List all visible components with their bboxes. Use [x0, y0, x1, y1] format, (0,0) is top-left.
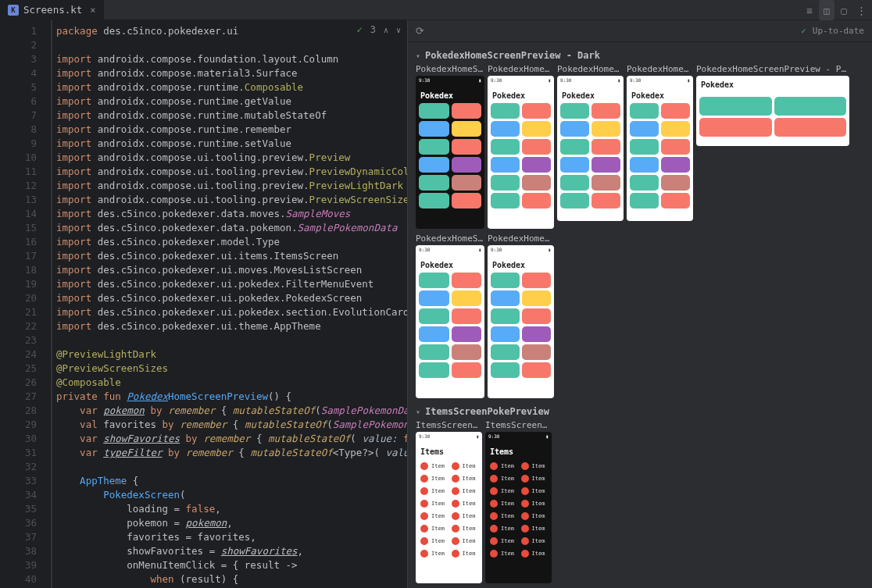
preview-group-header[interactable]: ▾PokedexHomeScreenPreview - Dark	[416, 47, 864, 64]
preview-pane: ⟳ ✓ Up-to-date ▾PokedexHomeScreenPreview…	[408, 20, 872, 588]
preview-body[interactable]: ▾PokedexHomeScreenPreview - DarkPokedexH…	[408, 42, 872, 588]
preview-item[interactable]: PokedexHomeScreenPreview - Phone - Lands…	[696, 64, 849, 229]
code-editor[interactable]: ✓ 3 ∧ ∨ 12345678910111213141516171819202…	[0, 20, 408, 588]
chevron-down-icon: ▾	[416, 408, 420, 416]
view-mode-icon-3[interactable]: ▢	[836, 0, 852, 20]
preview-label: ItemsScreenPokePrevi...	[485, 420, 552, 430]
chevron-up-icon[interactable]: ∧	[384, 26, 388, 34]
problems-count: 3	[370, 24, 376, 35]
editor-inspections[interactable]: ✓ 3 ∧ ∨	[356, 24, 401, 35]
file-tab[interactable]: K Screens.kt ×	[0, 0, 104, 20]
preview-label: PokedexHomeScreenPreview - Phone - Lands…	[696, 64, 849, 74]
preview-item[interactable]: ItemsScreenPokePrevi...9:30▮ItemsItemIte…	[416, 420, 482, 583]
editor-toolbar: ≡ ◫ ▢ ⋮	[802, 0, 869, 20]
preview-label: PokedexHomeScreenP...	[488, 64, 554, 74]
preview-item[interactable]: PokedexHomeScreenP...9:30▮Pokedex	[557, 64, 624, 229]
tab-filename: Screens.kt	[23, 4, 82, 16]
preview-item[interactable]: PokedexHomeScreenP...9:30▮Pokedex	[488, 233, 554, 398]
refresh-icon[interactable]: ⟳	[416, 25, 424, 37]
preview-label: PokedexHomeScreenP...	[416, 64, 484, 74]
preview-status: Up-to-date	[813, 26, 864, 36]
view-mode-icon-1[interactable]: ≡	[802, 0, 817, 20]
chevron-down-icon: ▾	[416, 52, 420, 60]
preview-group-header[interactable]: ▾ItemsScreenPokePreview	[416, 403, 864, 420]
preview-label: PokedexHomeScreenP...	[557, 64, 624, 74]
chevron-down-icon[interactable]: ∨	[396, 26, 401, 34]
line-gutter: 1234567891011121314151617181920212223242…	[0, 20, 51, 588]
check-icon: ✓	[356, 24, 362, 35]
group-title: ItemsScreenPokePreview	[425, 406, 549, 417]
preview-item[interactable]: PokedexHomeScreenP...9:30▮Pokedex	[488, 64, 554, 229]
tab-bar: K Screens.kt × ≡ ◫ ▢ ⋮	[0, 0, 872, 20]
code-content[interactable]: package des.c5inco.pokedexer.uiimport an…	[51, 20, 407, 588]
preview-item[interactable]: PokedexHomeScreenP...9:30▮Pokedex	[416, 64, 484, 229]
view-mode-split-icon[interactable]: ◫	[819, 0, 834, 20]
group-title: PokedexHomeScreenPreview - Dark	[425, 50, 600, 61]
preview-label: ItemsScreenPokePrevi...	[416, 420, 482, 430]
status-check-icon: ✓	[801, 26, 806, 36]
preview-item[interactable]: PokedexHomeScreenP...9:30▮Pokedex	[416, 233, 484, 398]
preview-label: PokedexHomeScreenP...	[627, 64, 693, 74]
preview-item[interactable]: ItemsScreenPokePrevi...9:30▮ItemsItemIte…	[485, 420, 552, 583]
close-icon[interactable]: ×	[90, 5, 95, 16]
more-icon[interactable]: ⋮	[853, 0, 869, 20]
kotlin-file-icon: K	[8, 5, 19, 16]
preview-item[interactable]: PokedexHomeScreenP...9:30▮Pokedex	[627, 64, 693, 229]
